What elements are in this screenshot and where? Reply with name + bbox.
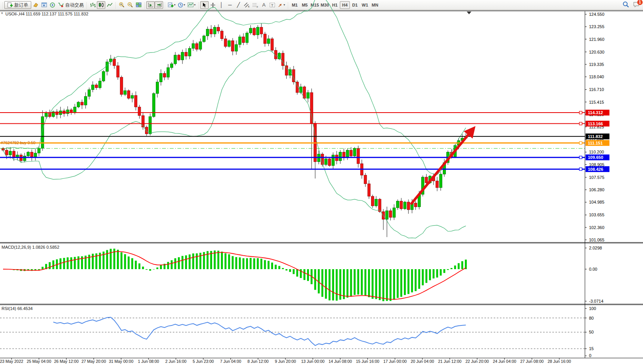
svg-text:108.905: 108.905 [589,162,604,167]
svg-text:14 Jun 08:00: 14 Jun 08:00 [329,359,352,364]
svg-text:-3.0714: -3.0714 [589,299,603,303]
svg-text:110.200: 110.200 [589,150,604,154]
svg-text:0.00: 0.00 [589,267,597,271]
svg-text:2.0298: 2.0298 [589,246,602,250]
svg-text:13 Jun 00:00: 13 Jun 00:00 [301,359,325,364]
chart-canvas[interactable]: 124.550123.255121.960120.630119.335118.0… [0,0,643,364]
svg-text:17 Jun 00:00: 17 Jun 00:00 [383,359,407,364]
svg-text:115.415: 115.415 [589,100,604,104]
svg-text:28 Jun 16:00: 28 Jun 16:00 [548,359,571,364]
svg-text:103.655: 103.655 [589,212,604,217]
chart-symbol-line: USOil-,H4 111.659 112.137 111.575 111.83… [5,12,88,16]
svg-text:50: 50 [589,330,594,334]
svg-text:9 Jun 20:00: 9 Jun 20:00 [275,359,296,364]
rsi-indicator-label: RSI(14) 66.4534 [2,306,33,311]
svg-text:8 Jun 12:00: 8 Jun 12:00 [248,359,269,364]
svg-text:15 Jun 16:00: 15 Jun 16:00 [356,359,380,364]
svg-text:1 Jun 08:00: 1 Jun 08:00 [138,359,159,364]
svg-text:26 May 12:00: 26 May 12:00 [54,359,79,364]
svg-text:27 May 20:00: 27 May 20:00 [81,359,106,364]
svg-text:27 Jun 08:00: 27 Jun 08:00 [520,359,544,364]
svg-text:109.650: 109.650 [588,155,603,160]
svg-text:107.575: 107.575 [589,175,604,180]
svg-text:114.312: 114.312 [588,110,603,115]
macd-indicator-label: MACD(12,26,9) 1.0826 0.5852 [2,245,59,249]
svg-text:113.166: 113.166 [588,121,603,126]
svg-text:120.630: 120.630 [589,50,604,54]
svg-text:104.985: 104.985 [589,200,604,204]
svg-text:15: 15 [589,346,594,351]
svg-text:108.426: 108.426 [588,167,603,172]
svg-text:5 Jun 23:00: 5 Jun 23:00 [193,359,214,364]
svg-text:24 Jun 04:00: 24 Jun 04:00 [493,359,516,364]
svg-text:124.550: 124.550 [589,12,604,17]
svg-text:102.360: 102.360 [589,225,604,230]
svg-text:111.832: 111.832 [588,134,603,139]
svg-text:0: 0 [589,353,591,358]
svg-text:101.065: 101.065 [589,238,604,242]
svg-text:22 Jun 20:00: 22 Jun 20:00 [466,359,489,364]
svg-text:31 May 00:00: 31 May 00:00 [109,359,133,364]
svg-text:80: 80 [589,316,594,320]
svg-text:23 May 2022: 23 May 2022 [0,359,24,364]
svg-text:123.255: 123.255 [589,24,604,29]
svg-text:121.960: 121.960 [589,37,604,42]
svg-text:111.151: 111.151 [588,141,603,145]
svg-text:20 Jun 04:00: 20 Jun 04:00 [411,359,434,364]
svg-text:21 Jun 12:00: 21 Jun 12:00 [438,359,462,364]
svg-text:7 Jun 04:00: 7 Jun 04:00 [220,359,241,364]
svg-text:25 May 04:00: 25 May 04:00 [27,359,51,364]
svg-text:118.040: 118.040 [589,74,604,79]
svg-text:100: 100 [589,306,596,311]
trade-order-label: #7624792 buy 0.50 [1,140,35,145]
svg-text:119.335: 119.335 [589,62,604,67]
symbol-dropdown-icon[interactable]: ▾ [1,11,3,15]
svg-text:2 Jun 16:00: 2 Jun 16:00 [165,359,187,364]
svg-text:106.280: 106.280 [589,187,604,192]
svg-text:116.710: 116.710 [589,87,604,92]
